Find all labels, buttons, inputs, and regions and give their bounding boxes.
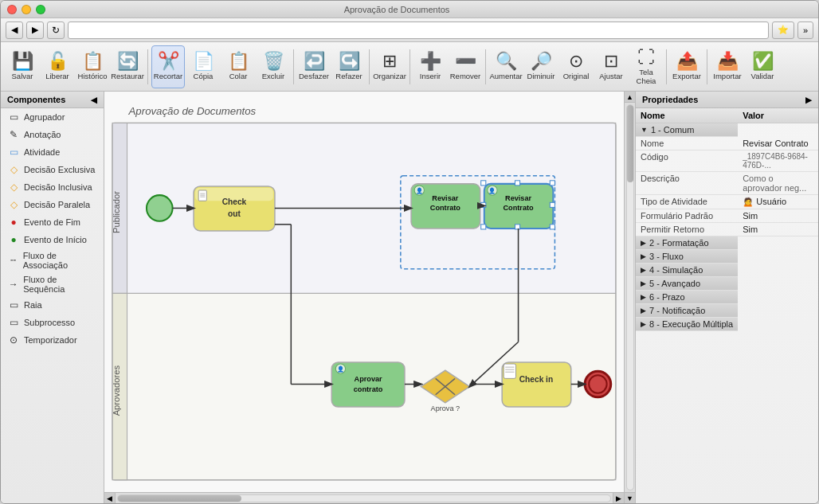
sidebar-item-decisao-inclusiva[interactable]: ◇ Decisão Inclusiva <box>1 178 104 196</box>
aumentar-button[interactable]: 🔍 Aumentar <box>489 45 523 88</box>
decisao-paralela-icon: ◇ <box>7 198 20 211</box>
importar-button[interactable]: 📥 Importar <box>711 45 744 88</box>
desfazer-button[interactable]: ↩️ Desfazer <box>297 45 331 88</box>
excluir-icon: 🗑️ <box>263 53 284 70</box>
minimize-button[interactable] <box>22 5 31 14</box>
copia-button[interactable]: 📄 Cópia <box>186 45 220 88</box>
save-label: Salvar <box>12 72 33 80</box>
scroll-down-button[interactable]: ▼ <box>625 492 636 503</box>
fluxo-associacao-icon: ╌ <box>7 254 19 267</box>
checkout-label-line1: Check <box>222 197 247 206</box>
sidebar-item-decisao-exclusiva[interactable]: ◇ Decisão Exclusiva <box>1 161 104 178</box>
sidebar-item-anotacao[interactable]: ✎ Anotação <box>1 126 104 143</box>
prop-name-descricao: Descrição <box>636 172 738 195</box>
remover-button[interactable]: ➖ Remover <box>449 45 482 88</box>
forward-button[interactable]: ▶ <box>26 21 44 39</box>
remover-label: Remover <box>450 72 481 80</box>
inserir-button[interactable]: ➕ Inserir <box>413 45 447 88</box>
back-button[interactable]: ◀ <box>6 21 23 39</box>
copia-icon: 📄 <box>193 53 214 70</box>
bpmn-canvas: Aprovação de Documentos Publicador Aprov… <box>104 92 624 503</box>
lane-aprovadores-label: Aprovadores <box>112 365 121 416</box>
refresh-button[interactable]: ↻ <box>47 21 65 39</box>
prop-section-simulacao[interactable]: ▶ 4 - Simulação <box>636 264 818 277</box>
prop-section-formatacao[interactable]: ▶ 2 - Formatação <box>636 236 818 251</box>
prop-section-comum[interactable]: ▼ 1 - Comum <box>636 123 818 138</box>
process-title: Aprovação de Documentos <box>128 105 257 117</box>
sidebar-collapse-button[interactable]: ◀ <box>91 96 97 104</box>
sidebar-item-raia[interactable]: ▭ Raia <box>1 296 104 314</box>
section-toggle-execucao: ▶ <box>641 320 646 328</box>
maximize-button[interactable] <box>36 5 45 14</box>
prop-section-prazo[interactable]: ▶ 6 - Prazo <box>636 291 818 304</box>
nav-extra2[interactable]: » <box>797 21 813 39</box>
sidebar-item-evento-fim[interactable]: ● Evento de Fim <box>1 213 104 231</box>
tela-cheia-button[interactable]: ⛶ Tela Cheia <box>629 45 663 88</box>
sidebar-item-atividade[interactable]: ▭ Atividade <box>1 143 104 161</box>
historico-label: Histórico <box>78 72 108 80</box>
decisao-paralela-label: Decisão Paralela <box>24 200 90 209</box>
refazer-button[interactable]: ↪️ Refazer <box>332 45 366 88</box>
prop-section-notificacao[interactable]: ▶ 7 - Notificação <box>636 304 818 318</box>
window-controls <box>7 5 45 14</box>
original-label: Original <box>563 72 590 80</box>
save-button[interactable]: 💾 Salvar <box>6 45 39 88</box>
svg-rect-25 <box>515 225 519 229</box>
sidebar-item-fluxo-associacao[interactable]: ╌ Fluxo de Associação <box>1 248 104 272</box>
svg-text:👤: 👤 <box>416 187 423 194</box>
prop-name-codigo: Código <box>636 150 738 172</box>
horizontal-scrollbar[interactable]: ◀ ▶ <box>104 492 624 503</box>
address-bar[interactable] <box>68 21 769 39</box>
svg-rect-19 <box>481 181 486 186</box>
prop-value-descricao: Como o aprovador neg... <box>738 172 818 195</box>
diminuir-icon: 🔎 <box>531 53 552 70</box>
close-button[interactable] <box>7 5 17 14</box>
sidebar-item-agrupador[interactable]: ▭ Agrupador <box>1 108 104 126</box>
liberar-icon: 🔓 <box>47 53 69 70</box>
liberar-button[interactable]: 🔓 Liberar <box>41 45 74 88</box>
canvas-area[interactable]: Aprovação de Documentos Publicador Aprov… <box>104 92 624 503</box>
inserir-label: Inserir <box>420 72 441 80</box>
exportar-button[interactable]: 📤 Exportar <box>670 45 703 88</box>
sidebar-item-temporizador[interactable]: ⊙ Temporizador <box>1 331 104 349</box>
vertical-scroll-thumb[interactable] <box>627 105 633 182</box>
original-button[interactable]: ⊙ Original <box>559 45 593 88</box>
sidebar-item-decisao-paralela[interactable]: ◇ Decisão Paralela <box>1 196 104 213</box>
prop-section-fluxo[interactable]: ▶ 3 - Fluxo <box>636 250 818 264</box>
prop-row-tipo: Tipo de Atividade 🙍 Usuário <box>636 195 818 209</box>
nav-extra1[interactable]: ⭐ <box>772 21 794 39</box>
diminuir-button[interactable]: 🔎 Diminuir <box>524 45 558 88</box>
scroll-right-button[interactable]: ▶ <box>613 493 624 504</box>
prop-col-value: Valor <box>738 108 818 123</box>
excluir-label: Excluir <box>262 72 285 80</box>
fluxo-associacao-label: Fluxo de Associação <box>23 251 97 270</box>
section-toggle-comum: ▼ <box>641 126 648 134</box>
restaurar-label: Restaurar <box>111 72 144 80</box>
excluir-button[interactable]: 🗑️ Excluir <box>257 45 290 88</box>
section-toggle-simulacao: ▶ <box>641 266 646 274</box>
validar-button[interactable]: ✅ Validar <box>746 45 779 88</box>
sidebar-item-evento-inicio[interactable]: ● Evento de Início <box>1 231 104 248</box>
prop-section-avancado[interactable]: ▶ 5 - Avançado <box>636 277 818 291</box>
scroll-up-button[interactable]: ▲ <box>625 92 636 103</box>
prop-section-execucao[interactable]: ▶ 8 - Execução Múltipla <box>636 318 818 331</box>
prop-name-formulario: Formulário Padrão <box>636 209 738 223</box>
colar-button[interactable]: 📋 Colar <box>221 45 255 88</box>
fluxo-sequencia-icon: → <box>7 278 19 291</box>
section-label-comum: 1 - Comum <box>651 125 694 135</box>
svg-text:Check in: Check in <box>519 375 553 384</box>
sidebar-item-fluxo-sequencia[interactable]: → Fluxo de Sequência <box>1 272 104 296</box>
restaurar-button[interactable]: 🔄 Restaurar <box>111 45 144 88</box>
organizar-button[interactable]: ⊞ Organizar <box>373 45 406 88</box>
historico-button[interactable]: 📋 Histórico <box>76 45 109 88</box>
scroll-left-button[interactable]: ◀ <box>104 493 116 504</box>
title-bar: Aprovação de Documentos <box>1 1 818 18</box>
scroll-thumb[interactable] <box>118 495 241 502</box>
properties-expand-button[interactable]: ▶ <box>805 96 812 104</box>
evento-inicio-label: Evento de Início <box>24 235 87 244</box>
recortar-button[interactable]: ✂️ Recortar <box>151 45 185 88</box>
sidebar-item-subprocesso[interactable]: ▭ Subprocesso <box>1 314 104 331</box>
svg-text:Revisar: Revisar <box>505 194 532 202</box>
liberar-label: Liberar <box>45 72 69 80</box>
ajustar-button[interactable]: ⊡ Ajustar <box>594 45 628 88</box>
